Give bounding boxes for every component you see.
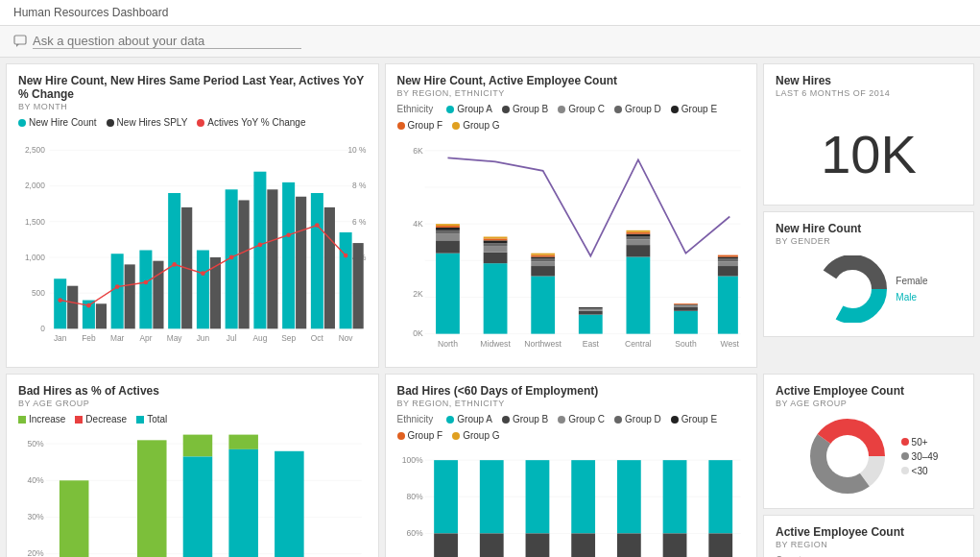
bad-hires-pct-legend: Increase Decrease Total [18, 414, 367, 424]
bar-line-legend: New Hire Count New Hires SPLY Actives Yo… [18, 117, 367, 128]
svg-rect-23 [197, 251, 209, 329]
svg-rect-142 [275, 451, 304, 557]
bad-hires-days-subtitle: BY REGION, ETHNICITY [397, 399, 746, 408]
svg-text:6 %: 6 % [352, 217, 366, 227]
svg-rect-86 [531, 277, 555, 334]
svg-rect-35 [239, 200, 250, 328]
card-bar-line-subtitle: BY MONTH [18, 102, 367, 111]
svg-text:South: South [675, 339, 697, 349]
svg-text:80%: 80% [406, 492, 423, 501]
svg-rect-137 [137, 440, 167, 557]
svg-rect-77 [436, 226, 460, 228]
svg-rect-29 [67, 286, 78, 329]
svg-rect-97 [578, 307, 602, 308]
card-bad-hires-pct: Bad Hires as % of Actives BY AGE GROUP I… [6, 374, 379, 557]
male-label: Male [896, 292, 927, 303]
age-under30: <30 [912, 466, 928, 476]
svg-text:May: May [167, 333, 183, 343]
svg-text:6K: 6K [413, 146, 423, 156]
svg-text:West: West [720, 339, 739, 349]
svg-text:1,000: 1,000 [25, 253, 45, 262]
svg-rect-20 [111, 254, 124, 328]
svg-rect-27 [311, 193, 323, 328]
ask-bar[interactable] [0, 26, 980, 58]
svg-text:North: North [437, 339, 457, 349]
svg-rect-103 [626, 232, 650, 234]
svg-rect-76 [436, 228, 460, 230]
svg-rect-38 [324, 207, 335, 328]
card-stacked-subtitle: BY REGION, ETHNICITY [397, 88, 746, 98]
svg-rect-160 [434, 533, 458, 557]
page-title: Human Resources Dashboard [13, 6, 168, 19]
legend-d-gc: Group C [558, 414, 605, 424]
svg-text:Jan: Jan [54, 333, 67, 343]
svg-text:Oct: Oct [311, 333, 324, 343]
svg-rect-180 [571, 460, 595, 533]
legend-sply-dot [107, 119, 114, 127]
svg-rect-107 [674, 305, 698, 307]
legend-d-ge: Group E [671, 414, 717, 424]
svg-rect-174 [525, 533, 549, 557]
svg-text:500: 500 [32, 288, 45, 298]
svg-text:10 %: 10 % [347, 145, 366, 155]
svg-rect-159 [434, 460, 458, 533]
svg-text:30%: 30% [28, 512, 45, 521]
svg-rect-108 [674, 304, 698, 305]
card-bar-line: New Hire Count, New Hires Same Period La… [6, 63, 379, 368]
svg-rect-85 [483, 237, 507, 239]
age-30-49: 30–49 [912, 451, 939, 462]
svg-point-40 [58, 298, 62, 303]
svg-point-47 [258, 243, 263, 248]
chat-icon [13, 35, 27, 48]
svg-rect-80 [483, 253, 507, 263]
svg-text:2,000: 2,000 [25, 181, 45, 190]
ask-input[interactable] [33, 34, 301, 49]
svg-text:Central: Central [625, 339, 652, 349]
svg-rect-73 [436, 240, 460, 253]
svg-rect-99 [626, 245, 650, 256]
legend-yoy: Actives YoY % Change [197, 117, 305, 128]
svg-rect-79 [483, 263, 507, 333]
svg-text:0K: 0K [413, 328, 423, 338]
svg-text:0: 0 [40, 324, 45, 333]
svg-rect-109 [674, 303, 698, 304]
svg-rect-110 [717, 277, 737, 334]
svg-rect-39 [353, 243, 364, 328]
svg-rect-98 [626, 256, 650, 333]
bar-line-chart: 2,500 2,000 1,500 1,000 500 0 10 % 8 % 6… [18, 133, 367, 354]
svg-rect-141 [228, 449, 258, 557]
svg-rect-84 [483, 238, 507, 240]
svg-rect-78 [436, 224, 460, 226]
svg-text:East: East [582, 339, 599, 349]
svg-rect-0 [14, 36, 26, 44]
svg-text:Nov: Nov [339, 333, 354, 343]
active-region-title: Active Employee Count [776, 525, 962, 539]
svg-marker-1 [16, 44, 19, 47]
svg-rect-111 [717, 266, 737, 276]
bad-hires-pct-subtitle: BY AGE GROUP [18, 399, 367, 408]
svg-rect-100 [626, 239, 650, 245]
active-age-title: Active Employee Count [776, 384, 962, 398]
svg-text:Jun: Jun [197, 333, 210, 343]
svg-rect-187 [616, 460, 640, 533]
card-stacked-title: New Hire Count, Active Employee Count [397, 74, 746, 87]
svg-rect-32 [153, 261, 163, 329]
svg-rect-28 [340, 232, 352, 328]
svg-rect-90 [531, 256, 555, 258]
svg-text:Feb: Feb [82, 333, 96, 343]
bad-hires-days-chart: 100% 80% 60% 40% 20% [397, 447, 746, 557]
right-column: New Hires LAST 6 MONTHS OF 2014 10K New … [763, 63, 974, 368]
svg-rect-139 [183, 457, 213, 558]
svg-point-46 [229, 255, 234, 260]
svg-rect-83 [483, 240, 507, 243]
svg-rect-113 [717, 258, 737, 261]
legend-d-gg: Group G [452, 430, 499, 441]
svg-rect-37 [296, 197, 306, 329]
new-hires-title: New Hires [776, 74, 962, 87]
legend-d-ga: Group A [446, 414, 492, 424]
svg-rect-194 [662, 460, 686, 533]
svg-text:40%: 40% [28, 475, 45, 485]
svg-text:2K: 2K [413, 289, 423, 299]
legend-gd: Group D [614, 104, 661, 114]
stacked-legend: Ethnicity Group A Group B Group C Group … [397, 104, 746, 131]
